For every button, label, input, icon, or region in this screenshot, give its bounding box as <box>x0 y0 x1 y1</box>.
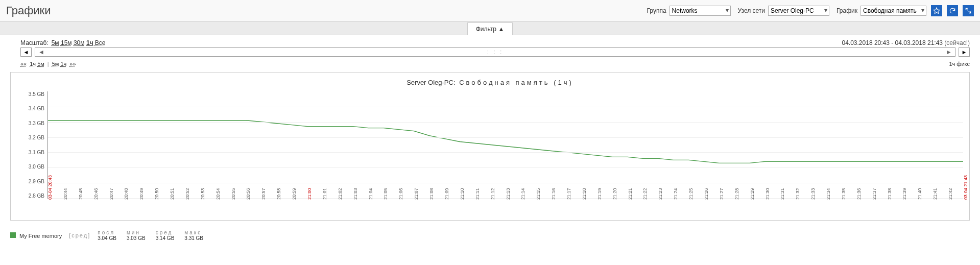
x-tick: 20:56 <box>246 188 251 200</box>
host-select[interactable]: Server Oleg-PC <box>768 6 829 16</box>
time-range-now: (сейчас!) <box>944 39 970 46</box>
legend: My Free memory [сред] посл3.04 GBмин3.03… <box>0 225 980 245</box>
group-label: Группа <box>647 7 666 14</box>
x-tick: 20:54 <box>216 188 221 200</box>
y-tick: 3.1 GB <box>17 150 44 155</box>
x-tick: 20:49 <box>139 188 144 200</box>
x-tick: 03-04 20:43 <box>47 175 53 200</box>
zoom-15м[interactable]: 15м <box>61 39 72 46</box>
nav-prev-button[interactable]: ◄ <box>20 47 32 57</box>
x-axis: 03-04 20:4320:4420:4520:4620:4720:4820:4… <box>47 199 963 218</box>
quick-nav-prev[interactable]: «« <box>20 61 27 67</box>
x-tick: 21:38 <box>887 188 892 200</box>
y-tick: 3.3 GB <box>17 121 44 126</box>
legend-stat: мин3.03 GB <box>127 230 146 241</box>
x-tick: 21:01 <box>322 188 327 200</box>
x-tick: 21:15 <box>536 188 541 200</box>
quick-nav-1ч[interactable]: 1ч <box>30 61 36 67</box>
x-tick: 21:13 <box>506 188 511 200</box>
legend-stat: сред3.14 GB <box>156 230 175 241</box>
y-tick: 3.0 GB <box>17 164 44 170</box>
x-tick: 21:40 <box>917 188 922 200</box>
x-tick: 21:02 <box>338 188 343 200</box>
x-tick: 20:59 <box>292 188 297 200</box>
x-tick: 21:06 <box>398 188 403 200</box>
quick-nav-fix[interactable]: 1ч фикс <box>949 61 970 67</box>
y-tick: 3.4 GB <box>17 106 44 111</box>
zoom-label: Масштаб: <box>20 39 49 46</box>
timeline-scrubber[interactable]: ◄ : : : ► <box>35 47 955 57</box>
x-tick: 21:42 <box>948 188 953 200</box>
chart-panel: Server Oleg-PC: Свободная память (1ч) 3.… <box>10 72 970 221</box>
x-tick: 21:05 <box>383 188 388 200</box>
fullscreen-button[interactable] <box>963 5 974 16</box>
y-tick: 3.5 GB <box>17 91 44 97</box>
chart-title: Server Oleg-PC: Свободная память (1ч) <box>11 76 969 91</box>
timeline-inner-left[interactable]: ◄ <box>38 49 44 56</box>
x-tick: 20:44 <box>63 188 68 200</box>
timeline-inner-right[interactable]: ► <box>946 49 952 56</box>
x-tick: 21:31 <box>780 188 785 200</box>
legend-series-name: My Free memory <box>19 233 62 239</box>
time-range: 04.03.2018 20:43 - 04.03.2018 21:43 (сей… <box>842 39 970 46</box>
favorite-button[interactable] <box>931 5 942 16</box>
x-tick: 21:33 <box>810 188 816 200</box>
zoom-controls: Масштаб: 5м 15м 30м 1ч Все <box>20 39 106 46</box>
filter-bar: Фильтр ▲ <box>0 22 980 35</box>
x-tick: 21:26 <box>704 188 709 200</box>
x-tick: 21:20 <box>612 188 617 200</box>
zoom-Все[interactable]: Все <box>95 39 106 46</box>
x-tick: 21:36 <box>856 188 862 200</box>
zoom-5м[interactable]: 5м <box>52 39 59 46</box>
x-tick: 21:34 <box>826 188 831 200</box>
x-tick: 21:09 <box>444 188 449 200</box>
x-tick: 20:45 <box>78 188 83 200</box>
filter-toggle[interactable]: Фильтр ▲ <box>467 22 513 35</box>
x-tick: 21:39 <box>902 188 907 200</box>
series-line <box>48 121 963 163</box>
legend-agg-label: [сред] <box>69 232 90 238</box>
x-tick: 21:37 <box>872 188 877 200</box>
nav-next-button[interactable]: ► <box>959 47 970 57</box>
quick-nav-next[interactable]: »» <box>69 61 76 67</box>
quick-nav-left: «« 1ч 5м | 5м 1ч »» <box>20 61 76 67</box>
quick-nav-5м[interactable]: 5м <box>52 61 59 67</box>
page-title: Графики <box>6 4 51 17</box>
quick-nav-1ч[interactable]: 1ч <box>60 61 66 67</box>
legend-stat: макс3.31 GB <box>184 230 203 241</box>
x-tick: 21:08 <box>429 188 434 200</box>
header-controls: Группа Networks Узел сети Server Oleg-PC… <box>643 5 974 16</box>
chart-title-rest: Свободная память (1ч) <box>459 79 573 86</box>
y-tick: 2.9 GB <box>17 179 44 184</box>
x-tick: 20:51 <box>170 188 175 200</box>
x-tick: 20:55 <box>231 188 236 200</box>
group-select[interactable]: Networks <box>670 6 731 16</box>
graph-label: График <box>836 7 857 14</box>
zoom-1ч[interactable]: 1ч <box>86 39 93 46</box>
x-tick: 21:14 <box>520 188 525 200</box>
zoom-30м[interactable]: 30м <box>74 39 85 46</box>
x-tick: 03-04 21:43 <box>963 175 968 200</box>
x-tick: 20:58 <box>276 188 281 200</box>
quick-nav-5м[interactable]: 5м <box>37 61 44 67</box>
x-tick: 21:21 <box>628 188 633 200</box>
x-tick: 21:24 <box>673 188 678 200</box>
host-label: Узел сети <box>738 7 765 14</box>
x-tick: 20:50 <box>154 188 159 200</box>
x-tick: 21:23 <box>658 188 663 200</box>
refresh-button[interactable] <box>947 5 958 16</box>
x-tick: 21:17 <box>566 188 571 200</box>
graph-select[interactable]: Свободная память <box>861 6 926 16</box>
x-tick: 21:35 <box>841 188 846 200</box>
y-axis: 3.5 GB3.4 GB3.3 GB3.2 GB3.1 GB3.0 GB2.9 … <box>17 91 47 199</box>
x-tick: 21:41 <box>933 188 938 200</box>
legend-swatch <box>10 232 16 238</box>
x-tick: 20:57 <box>261 188 266 200</box>
x-tick: 21:18 <box>582 188 587 200</box>
x-tick: 21:16 <box>551 188 556 200</box>
x-tick: 21:03 <box>353 188 358 200</box>
x-tick: 21:25 <box>688 188 694 200</box>
y-tick: 2.8 GB <box>17 193 44 199</box>
x-tick: 20:52 <box>185 188 190 200</box>
x-tick: 21:07 <box>414 188 419 200</box>
